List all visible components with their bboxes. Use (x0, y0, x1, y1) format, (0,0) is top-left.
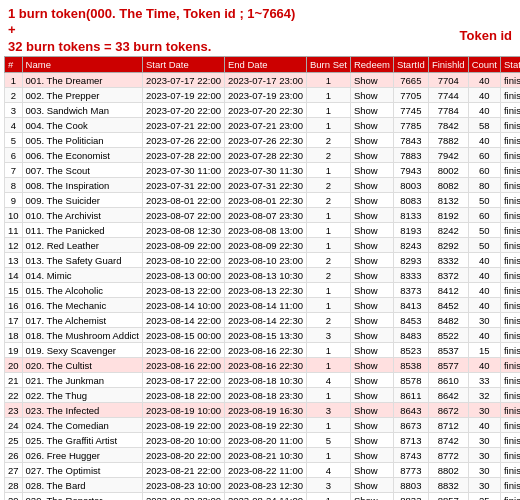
table-cell: 15 (5, 283, 23, 298)
table-cell: 8523 (393, 343, 428, 358)
table-cell: 2023-08-14 22:30 (224, 313, 306, 328)
table-cell: Show (350, 268, 393, 283)
table-cell: Show (350, 298, 393, 313)
table-cell: 8742 (428, 433, 468, 448)
table-cell: 8773 (393, 463, 428, 478)
table-cell: finish (500, 313, 520, 328)
col-name: Name (22, 57, 142, 73)
table-cell: 8578 (393, 373, 428, 388)
table-cell: finish (500, 373, 520, 388)
table-cell: Show (350, 328, 393, 343)
table-cell: 7943 (393, 163, 428, 178)
table-cell: 2023-08-23 10:00 (142, 478, 224, 493)
table-cell: Show (350, 178, 393, 193)
table-cell: 7843 (393, 133, 428, 148)
table-cell: 30 (468, 448, 500, 463)
table-cell: 40 (468, 358, 500, 373)
table-cell: 011. The Panicked (22, 223, 142, 238)
table-cell: 40 (468, 73, 500, 88)
table-cell: 40 (468, 133, 500, 148)
table-cell: 1 (306, 418, 350, 433)
table-cell: 025. The Graffiti Artist (22, 433, 142, 448)
table-cell: 2023-08-13 22:00 (142, 283, 224, 298)
table-row: 27027. The Optimist2023-08-21 22:002023-… (5, 463, 521, 478)
table-cell: 40 (468, 418, 500, 433)
header-line2: 32 burn tokens = 33 burn tokens. (8, 39, 512, 54)
table-row: 15015. The Alcoholic2023-08-13 22:002023… (5, 283, 521, 298)
table-cell: 2023-07-17 22:00 (142, 73, 224, 88)
table-row: 12012. Red Leather2023-08-09 22:002023-0… (5, 238, 521, 253)
table-cell: Show (350, 343, 393, 358)
table-cell: 50 (468, 223, 500, 238)
table-cell: 7745 (393, 103, 428, 118)
table-row: 29029. The Reporter2023-08-23 22:002023-… (5, 493, 521, 500)
col-state: State (500, 57, 520, 73)
table-cell: 8002 (428, 163, 468, 178)
table-cell: 3 (306, 403, 350, 418)
table-cell: 8452 (428, 298, 468, 313)
table-cell: 40 (468, 88, 500, 103)
table-cell: 8193 (393, 223, 428, 238)
col-burn-set: Burn Set (306, 57, 350, 73)
table-cell: 1 (306, 493, 350, 500)
table-cell: 7785 (393, 118, 428, 133)
table-row: 13013. The Safety Guard2023-08-10 22:002… (5, 253, 521, 268)
table-cell: 8453 (393, 313, 428, 328)
table-cell: finish (500, 103, 520, 118)
table-cell: finish (500, 148, 520, 163)
table-row: 10010. The Archivist2023-08-07 22:002023… (5, 208, 521, 223)
table-cell: 2023-08-13 10:30 (224, 268, 306, 283)
table-cell: 22 (5, 388, 23, 403)
table-row: 19019. Sexy Scavenger2023-08-16 22:00202… (5, 343, 521, 358)
table-cell: 8857 (428, 493, 468, 500)
table-cell: 016. The Mechanic (22, 298, 142, 313)
table-cell: finish (500, 88, 520, 103)
table-cell: 019. Sexy Scavenger (22, 343, 142, 358)
table-cell: 8332 (428, 253, 468, 268)
table-cell: finish (500, 238, 520, 253)
table-cell: 008. The Inspiration (22, 178, 142, 193)
table-cell: 7882 (428, 133, 468, 148)
table-cell: 40 (468, 253, 500, 268)
col-num: # (5, 57, 23, 73)
table-header-row: # Name Start Date End Date Burn Set Rede… (5, 57, 521, 73)
table-cell: finish (500, 433, 520, 448)
table-cell: 2023-07-26 22:00 (142, 133, 224, 148)
table-cell: 23 (5, 403, 23, 418)
table-cell: Show (350, 118, 393, 133)
table-cell: 2023-08-20 22:00 (142, 448, 224, 463)
table-cell: 50 (468, 193, 500, 208)
table-cell: 2023-08-21 22:00 (142, 463, 224, 478)
table-cell: 8082 (428, 178, 468, 193)
table-cell: Show (350, 388, 393, 403)
table-cell: 2 (306, 193, 350, 208)
table-cell: 2023-07-31 22:00 (142, 178, 224, 193)
table-cell: 1 (306, 238, 350, 253)
table-cell: Show (350, 283, 393, 298)
table-cell: 2 (5, 88, 23, 103)
table-cell: Show (350, 448, 393, 463)
table-cell: 8611 (393, 388, 428, 403)
table-cell: 2023-08-19 22:00 (142, 418, 224, 433)
table-row: 17017. The Alchemist2023-08-14 22:002023… (5, 313, 521, 328)
table-cell: 7842 (428, 118, 468, 133)
table-cell: 8242 (428, 223, 468, 238)
table-cell: finish (500, 493, 520, 500)
table-cell: 24 (5, 418, 23, 433)
table-cell: 002. The Prepper (22, 88, 142, 103)
table-cell: Show (350, 403, 393, 418)
table-cell: 8712 (428, 418, 468, 433)
table-cell: Show (350, 253, 393, 268)
col-count: Count (468, 57, 500, 73)
table-cell: finish (500, 358, 520, 373)
table-cell: 2023-08-21 10:30 (224, 448, 306, 463)
table-cell: 30 (468, 463, 500, 478)
table-cell: finish (500, 418, 520, 433)
table-cell: 2023-08-16 22:30 (224, 358, 306, 373)
table-cell: 8373 (393, 283, 428, 298)
table-cell: 2023-07-21 23:00 (224, 118, 306, 133)
table-cell: 10 (5, 208, 23, 223)
table-cell: 29 (5, 493, 23, 500)
table-cell: finish (500, 478, 520, 493)
table-row: 25025. The Graffiti Artist2023-08-20 10:… (5, 433, 521, 448)
